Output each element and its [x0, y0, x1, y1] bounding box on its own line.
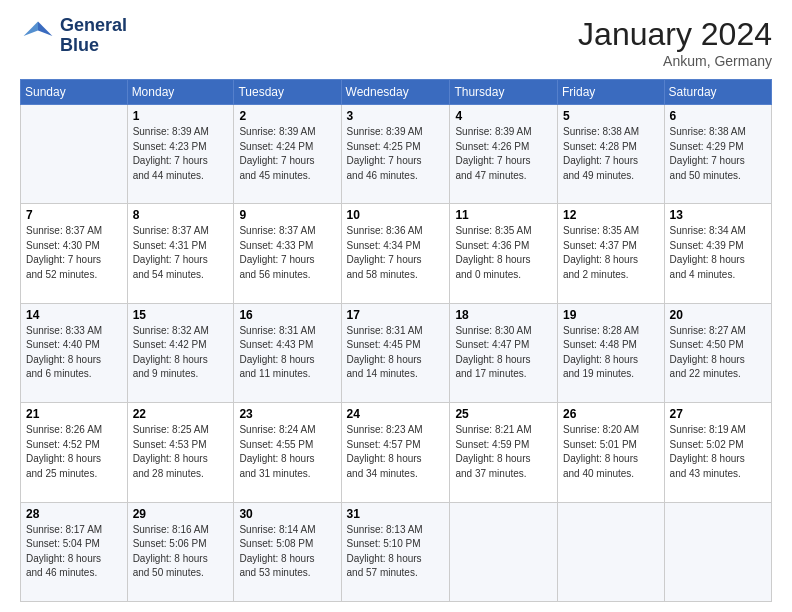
day-info: Sunrise: 8:23 AMSunset: 4:57 PMDaylight:…	[347, 423, 445, 481]
day-cell: 8Sunrise: 8:37 AMSunset: 4:31 PMDaylight…	[127, 204, 234, 303]
logo-icon	[20, 18, 56, 54]
col-header-friday: Friday	[557, 80, 664, 105]
month-title: January 2024	[578, 16, 772, 53]
day-cell: 30Sunrise: 8:14 AMSunset: 5:08 PMDayligh…	[234, 502, 341, 601]
day-cell: 22Sunrise: 8:25 AMSunset: 4:53 PMDayligh…	[127, 403, 234, 502]
day-cell: 19Sunrise: 8:28 AMSunset: 4:48 PMDayligh…	[557, 303, 664, 402]
svg-marker-0	[38, 21, 52, 35]
day-info: Sunrise: 8:32 AMSunset: 4:42 PMDaylight:…	[133, 324, 229, 382]
day-number: 5	[563, 109, 659, 123]
week-row-3: 14Sunrise: 8:33 AMSunset: 4:40 PMDayligh…	[21, 303, 772, 402]
day-number: 11	[455, 208, 552, 222]
day-info: Sunrise: 8:26 AMSunset: 4:52 PMDaylight:…	[26, 423, 122, 481]
logo: General Blue	[20, 16, 127, 56]
day-cell: 14Sunrise: 8:33 AMSunset: 4:40 PMDayligh…	[21, 303, 128, 402]
day-cell: 20Sunrise: 8:27 AMSunset: 4:50 PMDayligh…	[664, 303, 771, 402]
day-cell: 24Sunrise: 8:23 AMSunset: 4:57 PMDayligh…	[341, 403, 450, 502]
week-row-1: 1Sunrise: 8:39 AMSunset: 4:23 PMDaylight…	[21, 105, 772, 204]
header: General Blue January 2024 Ankum, Germany	[20, 16, 772, 69]
week-row-4: 21Sunrise: 8:26 AMSunset: 4:52 PMDayligh…	[21, 403, 772, 502]
day-cell: 15Sunrise: 8:32 AMSunset: 4:42 PMDayligh…	[127, 303, 234, 402]
day-number: 28	[26, 507, 122, 521]
day-number: 8	[133, 208, 229, 222]
day-cell: 29Sunrise: 8:16 AMSunset: 5:06 PMDayligh…	[127, 502, 234, 601]
day-info: Sunrise: 8:31 AMSunset: 4:45 PMDaylight:…	[347, 324, 445, 382]
day-number: 24	[347, 407, 445, 421]
day-cell: 16Sunrise: 8:31 AMSunset: 4:43 PMDayligh…	[234, 303, 341, 402]
calendar-table: SundayMondayTuesdayWednesdayThursdayFrid…	[20, 79, 772, 602]
day-cell: 17Sunrise: 8:31 AMSunset: 4:45 PMDayligh…	[341, 303, 450, 402]
day-number: 13	[670, 208, 766, 222]
day-number: 16	[239, 308, 335, 322]
day-number: 17	[347, 308, 445, 322]
day-cell: 21Sunrise: 8:26 AMSunset: 4:52 PMDayligh…	[21, 403, 128, 502]
day-number: 9	[239, 208, 335, 222]
day-info: Sunrise: 8:19 AMSunset: 5:02 PMDaylight:…	[670, 423, 766, 481]
day-info: Sunrise: 8:38 AMSunset: 4:28 PMDaylight:…	[563, 125, 659, 183]
day-number: 1	[133, 109, 229, 123]
day-cell	[21, 105, 128, 204]
day-number: 4	[455, 109, 552, 123]
day-number: 26	[563, 407, 659, 421]
logo-line2: Blue	[60, 36, 127, 56]
day-info: Sunrise: 8:24 AMSunset: 4:55 PMDaylight:…	[239, 423, 335, 481]
day-number: 14	[26, 308, 122, 322]
location-subtitle: Ankum, Germany	[578, 53, 772, 69]
day-number: 15	[133, 308, 229, 322]
day-info: Sunrise: 8:17 AMSunset: 5:04 PMDaylight:…	[26, 523, 122, 581]
calendar-body: 1Sunrise: 8:39 AMSunset: 4:23 PMDaylight…	[21, 105, 772, 602]
day-number: 29	[133, 507, 229, 521]
col-header-wednesday: Wednesday	[341, 80, 450, 105]
day-number: 18	[455, 308, 552, 322]
day-info: Sunrise: 8:28 AMSunset: 4:48 PMDaylight:…	[563, 324, 659, 382]
day-number: 19	[563, 308, 659, 322]
day-cell: 27Sunrise: 8:19 AMSunset: 5:02 PMDayligh…	[664, 403, 771, 502]
day-number: 6	[670, 109, 766, 123]
day-cell: 1Sunrise: 8:39 AMSunset: 4:23 PMDaylight…	[127, 105, 234, 204]
day-cell: 28Sunrise: 8:17 AMSunset: 5:04 PMDayligh…	[21, 502, 128, 601]
logo-line1: General	[60, 16, 127, 36]
day-cell: 2Sunrise: 8:39 AMSunset: 4:24 PMDaylight…	[234, 105, 341, 204]
day-number: 25	[455, 407, 552, 421]
day-cell: 11Sunrise: 8:35 AMSunset: 4:36 PMDayligh…	[450, 204, 558, 303]
day-info: Sunrise: 8:39 AMSunset: 4:25 PMDaylight:…	[347, 125, 445, 183]
day-info: Sunrise: 8:35 AMSunset: 4:36 PMDaylight:…	[455, 224, 552, 282]
day-info: Sunrise: 8:14 AMSunset: 5:08 PMDaylight:…	[239, 523, 335, 581]
day-cell: 7Sunrise: 8:37 AMSunset: 4:30 PMDaylight…	[21, 204, 128, 303]
day-info: Sunrise: 8:36 AMSunset: 4:34 PMDaylight:…	[347, 224, 445, 282]
day-info: Sunrise: 8:39 AMSunset: 4:24 PMDaylight:…	[239, 125, 335, 183]
day-cell: 23Sunrise: 8:24 AMSunset: 4:55 PMDayligh…	[234, 403, 341, 502]
day-cell: 10Sunrise: 8:36 AMSunset: 4:34 PMDayligh…	[341, 204, 450, 303]
title-block: January 2024 Ankum, Germany	[578, 16, 772, 69]
day-info: Sunrise: 8:20 AMSunset: 5:01 PMDaylight:…	[563, 423, 659, 481]
page: General Blue January 2024 Ankum, Germany…	[0, 0, 792, 612]
svg-marker-1	[24, 21, 38, 35]
day-cell: 12Sunrise: 8:35 AMSunset: 4:37 PMDayligh…	[557, 204, 664, 303]
day-number: 23	[239, 407, 335, 421]
day-info: Sunrise: 8:16 AMSunset: 5:06 PMDaylight:…	[133, 523, 229, 581]
day-info: Sunrise: 8:31 AMSunset: 4:43 PMDaylight:…	[239, 324, 335, 382]
day-number: 3	[347, 109, 445, 123]
day-cell: 13Sunrise: 8:34 AMSunset: 4:39 PMDayligh…	[664, 204, 771, 303]
day-cell: 25Sunrise: 8:21 AMSunset: 4:59 PMDayligh…	[450, 403, 558, 502]
day-info: Sunrise: 8:37 AMSunset: 4:30 PMDaylight:…	[26, 224, 122, 282]
day-number: 21	[26, 407, 122, 421]
col-header-thursday: Thursday	[450, 80, 558, 105]
day-number: 12	[563, 208, 659, 222]
logo-text: General Blue	[60, 16, 127, 56]
day-info: Sunrise: 8:35 AMSunset: 4:37 PMDaylight:…	[563, 224, 659, 282]
day-number: 27	[670, 407, 766, 421]
day-number: 10	[347, 208, 445, 222]
day-number: 30	[239, 507, 335, 521]
day-info: Sunrise: 8:21 AMSunset: 4:59 PMDaylight:…	[455, 423, 552, 481]
day-info: Sunrise: 8:25 AMSunset: 4:53 PMDaylight:…	[133, 423, 229, 481]
day-info: Sunrise: 8:37 AMSunset: 4:31 PMDaylight:…	[133, 224, 229, 282]
day-info: Sunrise: 8:33 AMSunset: 4:40 PMDaylight:…	[26, 324, 122, 382]
col-header-tuesday: Tuesday	[234, 80, 341, 105]
day-info: Sunrise: 8:37 AMSunset: 4:33 PMDaylight:…	[239, 224, 335, 282]
day-number: 20	[670, 308, 766, 322]
col-header-sunday: Sunday	[21, 80, 128, 105]
day-info: Sunrise: 8:38 AMSunset: 4:29 PMDaylight:…	[670, 125, 766, 183]
day-cell: 26Sunrise: 8:20 AMSunset: 5:01 PMDayligh…	[557, 403, 664, 502]
day-info: Sunrise: 8:34 AMSunset: 4:39 PMDaylight:…	[670, 224, 766, 282]
